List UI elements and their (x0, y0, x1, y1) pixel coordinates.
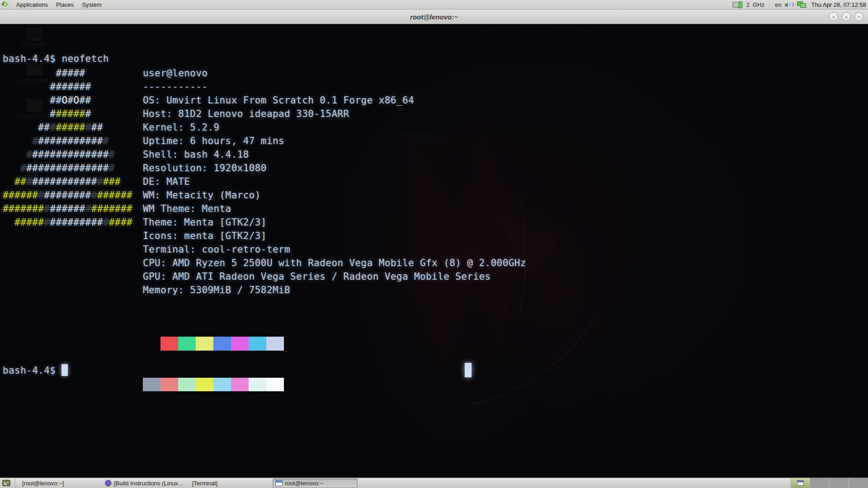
firefox-icon (105, 480, 112, 487)
shell-prompt: bash-4.4$ (3, 364, 68, 377)
ascii-art-row: #################### (3, 216, 132, 229)
neofetch-field-kernel: Kernel: 5.2.9 (143, 121, 526, 134)
neofetch-field-host: Host: 81D2 Lenovo ideapad 330-15ARR (143, 107, 526, 121)
neofetch-field-theme: Theme: Menta [GTK2/3] (143, 216, 526, 229)
neofetch-field-gpu: GPU: AMD ATI Radeon Vega Series / Radeon… (143, 270, 526, 283)
palette-swatch (143, 337, 160, 351)
palette-swatch (143, 378, 160, 391)
ascii-art-row: ####### (3, 80, 132, 94)
ascii-art-row: ###################### (3, 188, 132, 202)
workspace-switcher (790, 478, 868, 488)
palette-swatch (213, 337, 231, 351)
terminal-cursor (61, 364, 68, 376)
keyboard-layout-indicator[interactable]: en (775, 1, 781, 8)
ascii-art-row: ###################### (3, 202, 132, 216)
neofetch-field-terminal: Terminal: cool-retro-term (143, 243, 526, 256)
neofetch-field-os: OS: Umvirt Linux From Scratch 0.1 Forge … (143, 94, 526, 107)
maximize-button[interactable]: ∧ (842, 12, 851, 21)
palette-swatch (266, 337, 284, 351)
bottom-panel: [root@lenovo:~][Build Instructions (Linu… (0, 478, 868, 488)
palette-swatch (196, 378, 213, 391)
taskbar-window-label: [Terminal] (192, 480, 217, 487)
neofetch-field-icons: Icons: menta [GTK2/3] (143, 229, 526, 243)
ascii-art-row: ################ (3, 161, 132, 175)
cpu-frequency-unit[interactable]: GHz (753, 1, 764, 8)
palette-swatch (160, 378, 178, 391)
neofetch-info: user@lenovo-----------OS: Umvirt Linux F… (143, 66, 526, 297)
ascii-art-row: ########### (3, 121, 132, 134)
palette-swatch (249, 378, 266, 391)
neofetch-field-cpu: CPU: AMD Ryzen 5 2500U with Radeon Vega … (143, 256, 526, 270)
taskbar-window-button[interactable]: [Build Instructions (Linux... (103, 479, 188, 488)
volume-icon[interactable] (785, 1, 794, 8)
taskbar-window-button[interactable]: [root@lenovo:~] (18, 479, 103, 488)
system-tray: 2 GHz ⋮ en Thu Apr 28, 07:12:58 (732, 1, 868, 8)
top-panel: ApplicationsPlacesSystem 2 GHz ⋮ en Thu … (0, 0, 868, 9)
neofetch-field-resolution: Resolution: 868x488 (143, 161, 526, 175)
menu-item-applications[interactable]: Applications (12, 0, 52, 9)
ascii-art-row: ############# (3, 134, 132, 148)
window-title: root@lenovo:~ (0, 13, 868, 21)
taskbar-window-button[interactable]: root@lenovo:~ (273, 479, 358, 488)
terminal-titlebar[interactable]: root@lenovo:~ ∨ ∧ × (0, 9, 868, 25)
palette-swatch (178, 337, 196, 351)
cpu-frequency-icon[interactable] (732, 1, 743, 8)
palette-swatch (196, 337, 213, 351)
menu-item-system[interactable]: System (78, 0, 105, 9)
palette-swatch (160, 337, 178, 351)
neofetch-field-de: DE: MATE (143, 175, 526, 188)
close-button[interactable]: × (854, 12, 863, 21)
palette-swatch (213, 378, 231, 391)
show-desktop-button[interactable] (0, 479, 12, 488)
show-desktop-icon (2, 480, 10, 486)
neofetch-ascii-logo: ##### ####### ##O#O## ####### ##########… (3, 66, 132, 229)
ascii-art-row: ####### (3, 107, 132, 121)
palette-swatch (266, 378, 284, 391)
minimize-button[interactable]: ∨ (829, 12, 838, 21)
neofetch-field-wm-theme: WM Theme: Menta (143, 202, 526, 216)
palette-swatch (249, 337, 266, 351)
workspace-4[interactable] (849, 478, 868, 488)
neofetch-user-host: user@lenovo (143, 66, 526, 80)
workspace-3[interactable] (829, 478, 849, 488)
cpu-frequency-value[interactable]: 2 (746, 1, 750, 8)
tray-handle: ⋮ (768, 2, 772, 7)
ascii-art-row: ##O#O## (3, 94, 132, 107)
clock[interactable]: Thu Apr 28, 07:12:58 (811, 1, 866, 8)
network-icon[interactable] (797, 1, 807, 8)
neofetch-field-memory: Memory: 5309MiB / 7582MiB (143, 283, 526, 297)
ascii-art-row: ################## (3, 175, 132, 188)
taskbar-window-button[interactable]: [Terminal] (188, 479, 273, 488)
palette-swatch (178, 378, 196, 391)
neofetch-field-uptime: Uptime: 6 hours, 47 mins (143, 134, 526, 148)
taskbar-window-label: [root@lenovo:~] (22, 480, 64, 487)
neofetch-color-palette (143, 310, 284, 418)
desktop: Computeruser's HomeFilesystem rootTrash … (0, 25, 868, 478)
mate-menu-icon[interactable] (1, 0, 9, 9)
menu-item-places[interactable]: Places (52, 0, 78, 9)
neofetch-field-wm: WM: Metacity (Marco) (143, 188, 526, 202)
command-line: bash-4.4$ neofetch (3, 52, 109, 66)
window-list-handle[interactable] (13, 479, 17, 488)
workspace-2[interactable] (810, 478, 829, 488)
taskbar-window-label: root@lenovo:~ (285, 480, 323, 487)
ascii-art-row: ############### (3, 148, 132, 161)
palette-swatch (231, 337, 249, 351)
palette-swatch (231, 378, 249, 391)
workspace-1[interactable] (790, 478, 810, 488)
terminal-screen[interactable]: bash-4.4$ neofetch ##### ####### ##O#O##… (0, 25, 868, 478)
window-icon (275, 480, 283, 486)
ghost-cursor-artifact (465, 363, 472, 377)
neofetch-field-shell: Shell: bash 4.4.18 (143, 148, 526, 161)
workspace-window-thumb (797, 480, 804, 486)
taskbar-window-label: [Build Instructions (Linux... (114, 480, 183, 487)
ascii-art-row: ##### (3, 66, 132, 80)
neofetch-separator: ----------- (143, 80, 526, 94)
